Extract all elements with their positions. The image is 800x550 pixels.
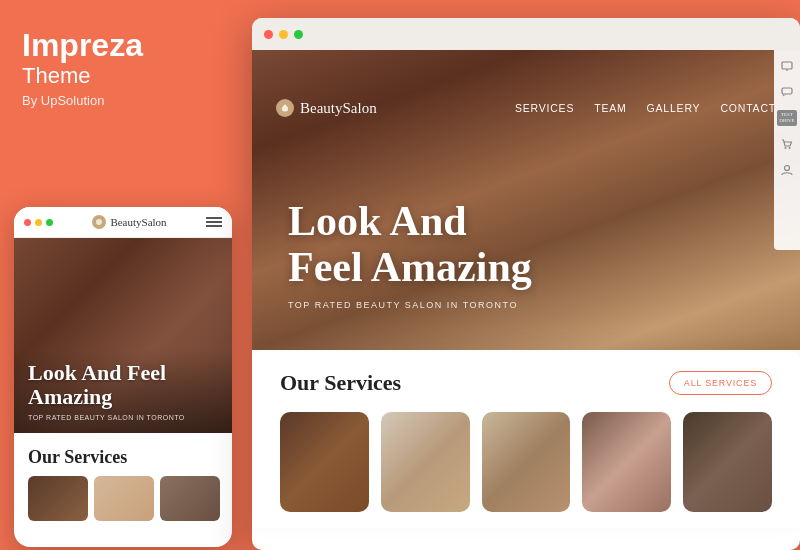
- mobile-dots: [24, 219, 53, 226]
- cart-icon[interactable]: [779, 136, 795, 152]
- mobile-hero-title: Look And Feel Amazing: [28, 361, 218, 409]
- svg-point-4: [785, 147, 787, 149]
- mobile-hero-overlay: Look And Feel Amazing TOP RATED BEAUTY S…: [14, 349, 232, 433]
- mobile-dot-yellow: [35, 219, 42, 226]
- mobile-hamburger-icon[interactable]: [206, 217, 222, 227]
- svg-point-5: [789, 147, 791, 149]
- nav-link-services[interactable]: SERVICES: [515, 102, 574, 114]
- mobile-logo-text: BeautySalon: [110, 216, 166, 228]
- mobile-dot-red: [24, 219, 31, 226]
- mobile-logo-icon: [92, 215, 106, 229]
- mobile-service-card-3: [160, 476, 220, 521]
- service-card-5[interactable]: [683, 412, 772, 512]
- user-icon[interactable]: [779, 162, 795, 178]
- mobile-service-card-2: [94, 476, 154, 521]
- mobile-hero-subtitle: TOP RATED BEAUTY SALON IN TORONTO: [28, 414, 218, 421]
- mobile-service-card-1: [28, 476, 88, 521]
- services-cards: [280, 412, 772, 512]
- browser-dot-yellow[interactable]: [279, 30, 288, 39]
- service-card-2[interactable]: [381, 412, 470, 512]
- mobile-logo-area: BeautySalon: [92, 215, 166, 229]
- mobile-services-strip: [28, 476, 218, 521]
- nav-link-team[interactable]: TEAM: [594, 102, 626, 114]
- hero-title: Look And Feel Amazing: [288, 198, 532, 290]
- nav-logo: BeautySalon: [276, 99, 377, 117]
- mobile-services-title: Our Services: [28, 447, 218, 468]
- desktop-nav: BeautySalon SERVICES TEAM GALLERY CONTAC…: [252, 82, 800, 134]
- desktop-hero: BeautySalon SERVICES TEAM GALLERY CONTAC…: [252, 50, 800, 350]
- test-drive-label[interactable]: TEST DRIVE: [777, 110, 797, 126]
- svg-point-0: [96, 219, 102, 225]
- nav-link-gallery[interactable]: GALLERY: [647, 102, 701, 114]
- svg-rect-1: [782, 62, 792, 69]
- theme-info: Impreza Theme By UpSolution: [0, 0, 245, 108]
- service-card-3[interactable]: [482, 412, 571, 512]
- desktop-mockup: BeautySalon SERVICES TEAM GALLERY CONTAC…: [252, 18, 800, 550]
- nav-logo-text: BeautySalon: [300, 100, 377, 117]
- svg-point-6: [785, 166, 790, 171]
- monitor-icon[interactable]: [779, 58, 795, 74]
- service-card-4[interactable]: [582, 412, 671, 512]
- services-header: Our Services ALL SERVICES: [280, 370, 772, 396]
- mobile-mockup: BeautySalon Look And Feel Amazing TOP RA…: [14, 207, 232, 547]
- mobile-dot-green: [46, 219, 53, 226]
- side-toolbar: TEST DRIVE: [774, 50, 800, 250]
- nav-logo-icon: [276, 99, 294, 117]
- theme-by: By UpSolution: [22, 93, 223, 108]
- browser-dot-green[interactable]: [294, 30, 303, 39]
- all-services-button[interactable]: ALL SERVICES: [669, 371, 772, 395]
- hero-subtitle: TOP RATED BEAUTY SALON IN TORONTO: [288, 300, 532, 310]
- left-panel: Impreza Theme By UpSolution BeautySalon: [0, 0, 245, 550]
- browser-bar: [252, 18, 800, 50]
- theme-name: Impreza Theme: [22, 28, 223, 89]
- desktop-services: Our Services ALL SERVICES: [252, 350, 800, 528]
- mobile-services-section: Our Services: [14, 433, 232, 531]
- hero-content: Look And Feel Amazing TOP RATED BEAUTY S…: [288, 198, 532, 310]
- svg-rect-3: [782, 88, 792, 94]
- browser-dot-red[interactable]: [264, 30, 273, 39]
- nav-link-contact[interactable]: CONTACT: [720, 102, 776, 114]
- chat-icon[interactable]: [779, 84, 795, 100]
- services-title: Our Services: [280, 370, 401, 396]
- mobile-hero: Look And Feel Amazing TOP RATED BEAUTY S…: [14, 238, 232, 433]
- nav-links: SERVICES TEAM GALLERY CONTACT: [515, 102, 776, 114]
- mobile-top-bar: BeautySalon: [14, 207, 232, 238]
- service-card-1[interactable]: [280, 412, 369, 512]
